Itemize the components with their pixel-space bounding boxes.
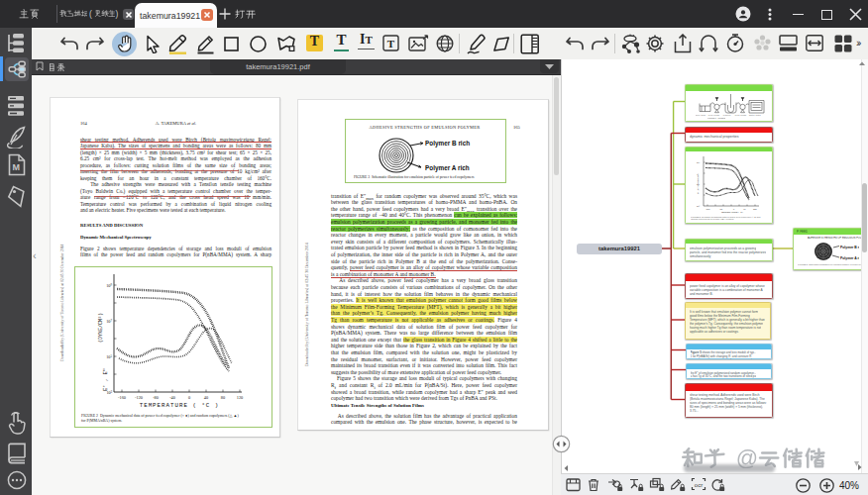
svg-text:Downloaded by [University of T: Downloaded by [University of Toronto Lib… [304,243,309,366]
svg-text:Polymer B rich: Polymer B rich [840,246,859,249]
svg-text:-160: -160 [118,395,126,400]
svg-text:10³: 10³ [697,205,700,207]
svg-text:10⁷: 10⁷ [106,319,112,324]
svg-text:E′ , E″ (DYNE/CM²): E′ , E″ (DYNE/CM²) [697,173,700,194]
svg-text:@: @ [736,447,758,468]
svg-text:TEMPERATURE ( °C ): TEMPERATURE ( °C ) [140,402,220,409]
svg-text:0: 0 [733,208,735,210]
svg-text:ocr: ocr [695,482,703,488]
svg-text:120: 120 [753,208,757,210]
svg-text:Polymer A rich: Polymer A rich [425,164,470,172]
svg-text:120: 120 [237,395,243,400]
svg-text:Polymer B rich: Polymer B rich [425,140,470,148]
svg-text:(DYNE/CM²): (DYNE/CM²) [98,313,104,343]
svg-text:T: T [387,38,395,50]
svg-text:80: 80 [221,395,225,400]
svg-text:10⁹: 10⁹ [697,161,700,163]
svg-text:Downloaded by [University of T: Downloaded by [University of Toronto Lib… [60,245,64,361]
svg-text:-40: -40 [169,395,175,400]
svg-text:Polymer A rich: Polymer A rich [840,256,859,260]
svg-text:10⁹: 10⁹ [106,283,112,288]
svg-text:40: 40 [743,208,746,210]
svg-text:-160: -160 [705,208,710,210]
svg-text:10⁵: 10⁵ [106,354,112,359]
svg-text:0: 0 [188,395,190,400]
svg-text:-80: -80 [153,395,159,400]
svg-text:40: 40 [204,395,208,400]
svg-text:M: M [13,162,21,172]
svg-text:-80: -80 [719,208,723,210]
svg-text:TEMPERATURE ( °C ): TEMPERATURE ( °C ) [721,211,743,213]
svg-text:-120: -120 [135,395,143,400]
svg-text:E′ , E″: E′ , E″ [102,368,109,391]
